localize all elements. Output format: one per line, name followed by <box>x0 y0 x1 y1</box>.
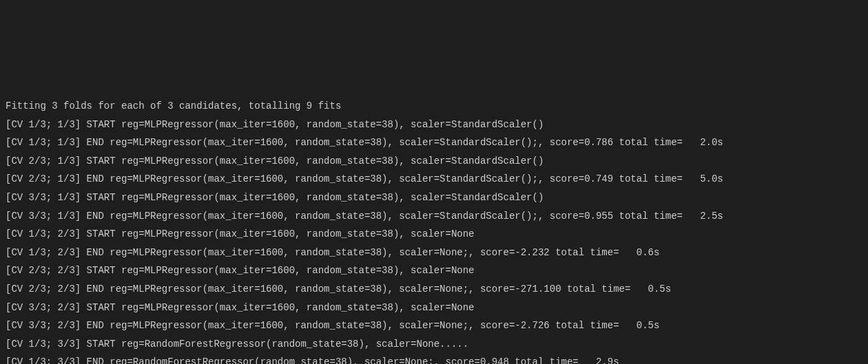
terminal-line: [CV 3/3; 1/3] START reg=MLPRegressor(max… <box>6 189 862 207</box>
terminal-output: Fitting 3 folds for each of 3 candidates… <box>6 78 862 364</box>
terminal-line: [CV 3/3; 2/3] START reg=MLPRegressor(max… <box>6 299 862 317</box>
terminal-line: [CV 1/3; 2/3] START reg=MLPRegressor(max… <box>6 225 862 244</box>
terminal-line: [CV 1/3; 3/3] END reg=RandomForestRegres… <box>6 353 862 364</box>
terminal-line: [CV 2/3; 2/3] END reg=MLPRegressor(max_i… <box>6 280 862 299</box>
terminal-line: [CV 1/3; 1/3] START reg=MLPRegressor(max… <box>6 116 862 134</box>
terminal-line: [CV 1/3; 2/3] END reg=MLPRegressor(max_i… <box>6 244 862 262</box>
terminal-line: [CV 1/3; 3/3] START reg=RandomForestRegr… <box>6 335 862 354</box>
terminal-line: [CV 2/3; 2/3] START reg=MLPRegressor(max… <box>6 261 862 280</box>
terminal-header-line: Fitting 3 folds for each of 3 candidates… <box>6 97 862 116</box>
terminal-line: [CV 3/3; 1/3] END reg=MLPRegressor(max_i… <box>6 207 862 226</box>
terminal-line: [CV 3/3; 2/3] END reg=MLPRegressor(max_i… <box>6 317 862 335</box>
terminal-line: [CV 1/3; 1/3] END reg=MLPRegressor(max_i… <box>6 133 862 152</box>
terminal-line: [CV 2/3; 1/3] START reg=MLPRegressor(max… <box>6 152 862 171</box>
terminal-line: [CV 2/3; 1/3] END reg=MLPRegressor(max_i… <box>6 170 862 189</box>
